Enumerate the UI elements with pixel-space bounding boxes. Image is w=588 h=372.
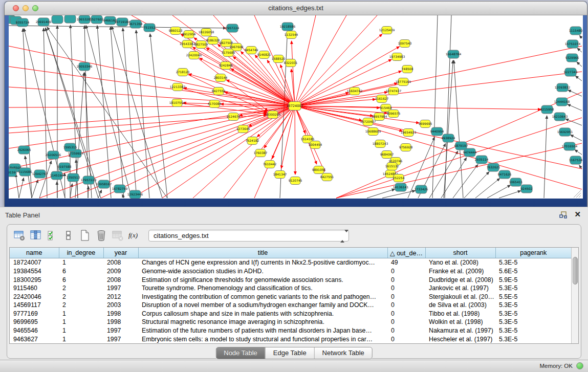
table-cell[interactable]: Dudbridge et al. (2008)	[425, 275, 495, 284]
table-cell[interactable]: 1	[59, 310, 103, 318]
table-cell[interactable]: de Silva et al. (2003)	[425, 301, 495, 310]
resize-grip-icon[interactable]	[574, 190, 581, 198]
table-cell[interactable]: Yano et al. (2008)	[425, 258, 495, 267]
column-header-title[interactable]: title	[138, 248, 387, 258]
delete-table-icon[interactable]	[110, 228, 126, 243]
table-cell[interactable]: 2	[59, 301, 103, 310]
table-cell[interactable]: 5.3E-5	[495, 301, 571, 310]
table-cell[interactable]: 2008	[103, 275, 138, 284]
graph-node[interactable]	[52, 15, 63, 24]
table-cell[interactable]: 9777169	[10, 310, 59, 318]
table-cell[interactable]: 5.3E-5	[495, 326, 571, 335]
graph-node[interactable]	[64, 15, 76, 23]
table-settings-icon[interactable]	[11, 228, 28, 243]
memory-status-indicator[interactable]	[576, 362, 583, 369]
window-titlebar[interactable]: citations_edges.txt	[5, 2, 587, 15]
table-cell[interactable]: 19384554	[10, 267, 59, 276]
table-row[interactable]: 1830029562008Estimation of significance …	[10, 275, 571, 284]
column-header-name[interactable]: name	[10, 248, 59, 258]
table-cell[interactable]: 18300295	[10, 275, 59, 284]
table-cell[interactable]: Investigating the contribution of common…	[138, 292, 387, 301]
window-zoom-button[interactable]	[32, 5, 38, 11]
column-header-out_de[interactable]: △ out_de…	[387, 248, 425, 258]
table-scrollbar[interactable]	[571, 248, 579, 343]
float-window-icon[interactable]	[559, 211, 568, 218]
table-cell[interactable]: Estimation of significance thresholds fo…	[138, 275, 387, 284]
table-cell[interactable]: 2	[59, 292, 103, 301]
table-cell[interactable]: Jankovic et al. (1997)	[425, 284, 495, 293]
table-cell[interactable]: Wolkin et al. (1998)	[425, 318, 495, 326]
table-cell[interactable]: 0	[387, 284, 425, 293]
table-cell[interactable]: 1997	[103, 335, 138, 343]
table-cell[interactable]: 18724007	[10, 258, 59, 267]
table-cell[interactable]: 5.3E-5	[495, 310, 571, 318]
table-cell[interactable]: 1	[59, 258, 103, 267]
table-cell[interactable]: 9463627	[10, 335, 59, 343]
table-row[interactable]: 2242004622012Investigating the contribut…	[10, 292, 571, 301]
table-cell[interactable]: 9465546	[10, 326, 59, 335]
column-header-in_degree[interactable]: in_degree	[59, 248, 103, 258]
table-cell[interactable]: 5.3E-5	[495, 318, 571, 326]
table-row[interactable]: 946362711997Embryonic stem cells: a mode…	[10, 335, 571, 343]
table-cell[interactable]: 1	[59, 335, 103, 343]
table-cell[interactable]: Stergiakouli et al. (2012)	[425, 292, 495, 301]
scrollbar-thumb[interactable]	[573, 257, 578, 285]
table-cell[interactable]: Nakamura et al. (1997)	[425, 326, 495, 335]
table-cell[interactable]: Genome-wide association studies in ADHD.	[138, 267, 387, 276]
close-panel-icon[interactable]: ✕	[574, 210, 581, 219]
table-cell[interactable]: 5.3E-5	[495, 335, 571, 343]
table-cell[interactable]: 1	[59, 318, 103, 326]
tab-node-table[interactable]: Node Table	[216, 347, 265, 359]
table-cell[interactable]: 9115460	[10, 284, 59, 293]
table-cell[interactable]: Estimation of the future numbers of pati…	[138, 326, 387, 335]
table-cell[interactable]: 2008	[103, 258, 138, 267]
table-cell[interactable]: 1997	[103, 284, 138, 293]
table-cell[interactable]: 0	[387, 335, 425, 343]
tab-network-table[interactable]: Network Table	[314, 347, 372, 359]
table-cell[interactable]: Hescheler et al. (1997)	[425, 335, 495, 343]
table-cell[interactable]: 5.3E-5	[495, 284, 571, 293]
table-cell[interactable]: 0	[387, 292, 425, 301]
show-column-icon[interactable]	[28, 228, 44, 243]
table-cell[interactable]: 0	[387, 326, 425, 335]
table-cell[interactable]: Disruption of a novel member of a sodium…	[138, 301, 387, 310]
table-cell[interactable]: Tourette syndrome. Phenomenology and cla…	[138, 284, 387, 293]
table-row[interactable]: 1456911722003Disruption of a novel membe…	[10, 301, 571, 310]
table-cell[interactable]: Changes of HCN gene expression and I(f) …	[138, 258, 387, 267]
table-selector-dropdown[interactable]: citations_edges.txt	[148, 230, 349, 242]
table-cell[interactable]: 5.9E-5	[495, 275, 571, 284]
column-header-short[interactable]: short	[425, 248, 495, 258]
table-cell[interactable]: Structural magnetic resonance image aver…	[138, 318, 387, 326]
table-cell[interactable]: Corpus callosum shape and size in male p…	[138, 310, 387, 318]
table-cell[interactable]: 2009	[103, 267, 138, 276]
delete-trash-icon[interactable]	[93, 228, 110, 243]
table-cell[interactable]: 5.5E-5	[495, 292, 571, 301]
table-cell[interactable]: 0	[387, 310, 425, 318]
row-height-icon[interactable]	[60, 228, 77, 243]
table-cell[interactable]: 1	[59, 326, 103, 335]
table-row[interactable]: 946554611997Estimation of the future num…	[10, 326, 571, 335]
function-builder-icon[interactable]: f(x)	[126, 228, 142, 243]
window-close-button[interactable]	[13, 5, 19, 11]
table-cell[interactable]: 49	[387, 258, 425, 267]
table-cell[interactable]: 14569117	[10, 301, 59, 310]
new-table-icon[interactable]	[77, 228, 93, 243]
network-canvas[interactable]: 9355724206914061065328715276026466160107…	[9, 15, 583, 199]
table-cell[interactable]: 1998	[103, 310, 138, 318]
column-header-pagerank[interactable]: pagerank	[495, 248, 571, 258]
table-cell[interactable]: 9699695	[10, 318, 59, 326]
table-cell[interactable]: Franke et al. (2009)	[425, 267, 495, 276]
table-cell[interactable]: 0	[387, 267, 425, 276]
table-cell[interactable]: 0	[387, 318, 425, 326]
table-cell[interactable]: 1997	[103, 326, 138, 335]
table-row[interactable]: 911546021997Tourette syndrome. Phenomeno…	[10, 284, 571, 293]
table-cell[interactable]: 22420046	[10, 292, 59, 301]
tab-edge-table[interactable]: Edge Table	[265, 347, 314, 359]
table-cell[interactable]: 5.6E-5	[495, 267, 571, 276]
column-header-year[interactable]: year	[103, 248, 138, 258]
table-row[interactable]: 969969511998Structural magnetic resonanc…	[10, 318, 571, 326]
table-row[interactable]: 1872400712008Changes of HCN gene express…	[10, 258, 571, 267]
table-cell[interactable]: 6	[59, 267, 103, 276]
table-cell[interactable]: Tibbo et al. (1998)	[425, 310, 495, 318]
table-row[interactable]: 977716911998Corpus callosum shape and si…	[10, 310, 571, 318]
